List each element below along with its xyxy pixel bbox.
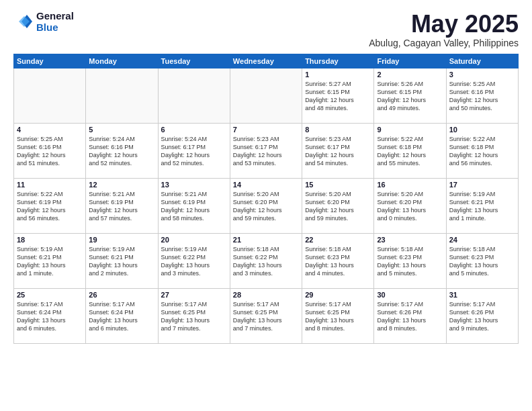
day-number: 14 [233,181,299,189]
cell-detail: Sunrise: 5:17 AM Sunset: 6:25 PM Dayligh… [161,300,227,333]
cell-detail: Sunrise: 5:18 AM Sunset: 6:23 PM Dayligh… [305,245,371,278]
col-wednesday: Wednesday [230,54,302,68]
calendar-week-0: 1Sunrise: 5:27 AM Sunset: 6:15 PM Daylig… [14,68,519,123]
day-number: 2 [377,71,443,79]
calendar-cell: 20Sunrise: 5:19 AM Sunset: 6:22 PM Dayli… [158,233,230,288]
day-number: 13 [161,181,227,189]
col-friday: Friday [374,54,446,68]
day-number: 6 [161,126,227,134]
calendar-cell: 11Sunrise: 5:22 AM Sunset: 6:19 PM Dayli… [14,178,86,233]
calendar-cell: 6Sunrise: 5:24 AM Sunset: 6:17 PM Daylig… [158,123,230,178]
day-number: 27 [161,291,227,299]
calendar-week-3: 18Sunrise: 5:19 AM Sunset: 6:21 PM Dayli… [14,233,519,288]
cell-detail: Sunrise: 5:22 AM Sunset: 6:19 PM Dayligh… [17,190,83,223]
calendar-cell: 29Sunrise: 5:17 AM Sunset: 6:25 PM Dayli… [302,288,374,343]
title-block: May 2025 Abulug, Cagayan Valley, Philipp… [369,11,519,48]
col-tuesday: Tuesday [158,54,230,68]
col-sunday: Sunday [14,54,86,68]
cell-detail: Sunrise: 5:17 AM Sunset: 6:24 PM Dayligh… [89,300,154,333]
day-number: 4 [17,126,83,134]
calendar-cell: 23Sunrise: 5:18 AM Sunset: 6:23 PM Dayli… [374,233,446,288]
day-number: 7 [233,126,299,134]
cell-detail: Sunrise: 5:23 AM Sunset: 6:17 PM Dayligh… [233,135,299,168]
cell-detail: Sunrise: 5:27 AM Sunset: 6:15 PM Dayligh… [305,80,371,113]
cell-detail: Sunrise: 5:24 AM Sunset: 6:16 PM Dayligh… [89,135,154,168]
calendar-cell: 18Sunrise: 5:19 AM Sunset: 6:21 PM Dayli… [14,233,86,288]
cell-detail: Sunrise: 5:21 AM Sunset: 6:19 PM Dayligh… [161,190,227,223]
col-saturday: Saturday [446,54,518,68]
day-number: 11 [17,181,83,189]
calendar-table: Sunday Monday Tuesday Wednesday Thursday… [13,54,519,344]
day-number: 8 [305,126,371,134]
calendar-cell [158,68,230,123]
day-number: 30 [377,291,443,299]
col-monday: Monday [86,54,158,68]
calendar-cell: 13Sunrise: 5:21 AM Sunset: 6:19 PM Dayli… [158,178,230,233]
calendar-cell: 4Sunrise: 5:25 AM Sunset: 6:16 PM Daylig… [14,123,86,178]
cell-detail: Sunrise: 5:24 AM Sunset: 6:17 PM Dayligh… [161,135,227,168]
day-number: 22 [305,236,371,244]
calendar-cell [230,68,302,123]
calendar-cell: 21Sunrise: 5:18 AM Sunset: 6:22 PM Dayli… [230,233,302,288]
calendar-cell: 28Sunrise: 5:17 AM Sunset: 6:25 PM Dayli… [230,288,302,343]
day-number: 29 [305,291,371,299]
calendar-cell: 31Sunrise: 5:17 AM Sunset: 6:26 PM Dayli… [446,288,518,343]
calendar-header-row: Sunday Monday Tuesday Wednesday Thursday… [14,54,519,68]
day-number: 5 [89,126,154,134]
calendar-cell [14,68,86,123]
cell-detail: Sunrise: 5:17 AM Sunset: 6:25 PM Dayligh… [305,300,371,333]
calendar-cell: 10Sunrise: 5:22 AM Sunset: 6:18 PM Dayli… [446,123,518,178]
calendar-cell: 9Sunrise: 5:22 AM Sunset: 6:18 PM Daylig… [374,123,446,178]
day-number: 31 [449,291,515,299]
day-number: 3 [449,71,515,79]
day-number: 24 [449,236,515,244]
calendar-cell: 27Sunrise: 5:17 AM Sunset: 6:25 PM Dayli… [158,288,230,343]
calendar-cell: 16Sunrise: 5:20 AM Sunset: 6:20 PM Dayli… [374,178,446,233]
day-number: 21 [233,236,299,244]
logo-icon [13,12,34,32]
cell-detail: Sunrise: 5:18 AM Sunset: 6:23 PM Dayligh… [449,245,515,278]
title-location: Abulug, Cagayan Valley, Philippines [369,38,519,48]
logo-general-label: General [36,11,74,22]
cell-detail: Sunrise: 5:26 AM Sunset: 6:15 PM Dayligh… [377,80,443,113]
cell-detail: Sunrise: 5:18 AM Sunset: 6:22 PM Dayligh… [233,245,299,278]
calendar-week-2: 11Sunrise: 5:22 AM Sunset: 6:19 PM Dayli… [14,178,519,233]
logo-blue-label: Blue [36,22,74,34]
day-number: 26 [89,291,154,299]
cell-detail: Sunrise: 5:20 AM Sunset: 6:20 PM Dayligh… [233,190,299,223]
day-number: 9 [377,126,443,134]
calendar-week-1: 4Sunrise: 5:25 AM Sunset: 6:16 PM Daylig… [14,123,519,178]
day-number: 25 [17,291,83,299]
day-number: 23 [377,236,443,244]
calendar-cell [86,68,158,123]
day-number: 17 [449,181,515,189]
day-number: 20 [161,236,227,244]
cell-detail: Sunrise: 5:17 AM Sunset: 6:26 PM Dayligh… [377,300,443,333]
cell-detail: Sunrise: 5:25 AM Sunset: 6:16 PM Dayligh… [17,135,83,168]
calendar-cell: 19Sunrise: 5:19 AM Sunset: 6:21 PM Dayli… [86,233,158,288]
day-number: 16 [377,181,443,189]
day-number: 19 [89,236,154,244]
cell-detail: Sunrise: 5:22 AM Sunset: 6:18 PM Dayligh… [449,135,515,168]
calendar-cell: 12Sunrise: 5:21 AM Sunset: 6:19 PM Dayli… [86,178,158,233]
calendar-week-4: 25Sunrise: 5:17 AM Sunset: 6:24 PM Dayli… [14,288,519,343]
calendar-cell: 22Sunrise: 5:18 AM Sunset: 6:23 PM Dayli… [302,233,374,288]
cell-detail: Sunrise: 5:19 AM Sunset: 6:21 PM Dayligh… [17,245,83,278]
cell-detail: Sunrise: 5:17 AM Sunset: 6:26 PM Dayligh… [449,300,515,333]
calendar-cell: 24Sunrise: 5:18 AM Sunset: 6:23 PM Dayli… [446,233,518,288]
calendar-body: 1Sunrise: 5:27 AM Sunset: 6:15 PM Daylig… [14,68,519,343]
calendar-cell: 3Sunrise: 5:25 AM Sunset: 6:16 PM Daylig… [446,68,518,123]
calendar-cell: 30Sunrise: 5:17 AM Sunset: 6:26 PM Dayli… [374,288,446,343]
day-number: 12 [89,181,154,189]
cell-detail: Sunrise: 5:22 AM Sunset: 6:18 PM Dayligh… [377,135,443,168]
cell-detail: Sunrise: 5:20 AM Sunset: 6:20 PM Dayligh… [305,190,371,223]
calendar-cell: 14Sunrise: 5:20 AM Sunset: 6:20 PM Dayli… [230,178,302,233]
title-month: May 2025 [369,11,519,38]
calendar-cell: 1Sunrise: 5:27 AM Sunset: 6:15 PM Daylig… [302,68,374,123]
calendar-cell: 26Sunrise: 5:17 AM Sunset: 6:24 PM Dayli… [86,288,158,343]
cell-detail: Sunrise: 5:25 AM Sunset: 6:16 PM Dayligh… [449,80,515,113]
cell-detail: Sunrise: 5:19 AM Sunset: 6:22 PM Dayligh… [161,245,227,278]
cell-detail: Sunrise: 5:17 AM Sunset: 6:24 PM Dayligh… [17,300,83,333]
cell-detail: Sunrise: 5:19 AM Sunset: 6:21 PM Dayligh… [449,190,515,223]
cell-detail: Sunrise: 5:17 AM Sunset: 6:25 PM Dayligh… [233,300,299,333]
